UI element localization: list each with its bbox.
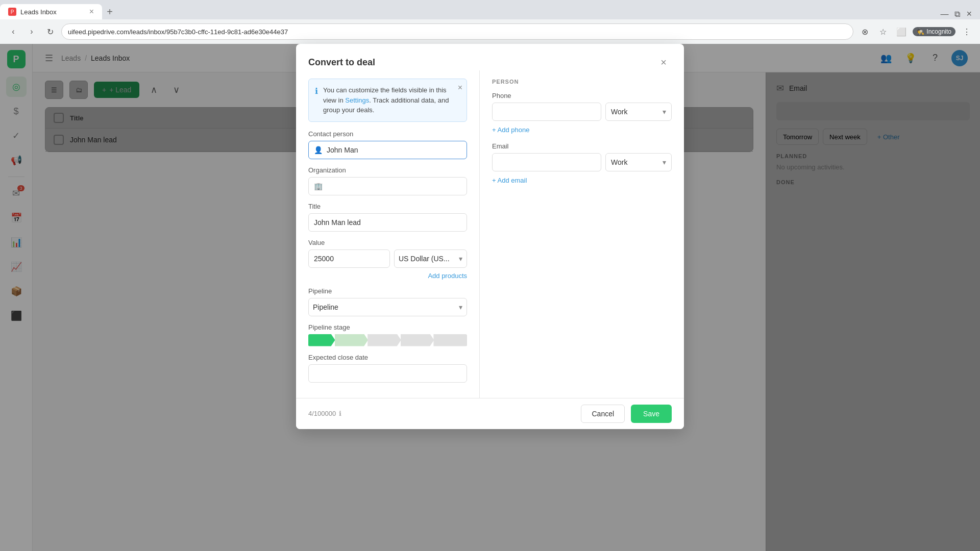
phone-label: Phone xyxy=(492,92,672,99)
incognito-label: Incognito xyxy=(926,28,951,35)
organization-label: Organization xyxy=(308,166,467,174)
title-input[interactable]: John Man lead xyxy=(308,213,467,232)
title-group: Title John Man lead xyxy=(308,203,467,232)
person-icon: 👤 xyxy=(314,146,323,154)
currency-select[interactable]: US Dollar (US... ▾ xyxy=(394,249,467,268)
dialog-footer: 4/100000 ℹ Cancel Save xyxy=(296,398,684,429)
pipeline-group: Pipeline Pipeline ▾ xyxy=(308,287,467,316)
extensions-button[interactable]: ⬜ xyxy=(894,24,909,39)
value-amount-input[interactable]: 25000 xyxy=(308,249,390,268)
email-group: Email Work ▾ + Add email xyxy=(492,142,672,185)
email-row: Work ▾ xyxy=(492,153,672,171)
stage-1 xyxy=(308,334,335,346)
incognito-badge: 🕵 Incognito xyxy=(913,27,955,36)
person-section-label: PERSON xyxy=(492,79,672,85)
pipeline-select[interactable]: Pipeline ▾ xyxy=(308,298,467,316)
stage-5 xyxy=(433,334,467,346)
bookmark-button[interactable]: ☆ xyxy=(876,24,890,39)
info-icon: ℹ xyxy=(315,86,318,115)
value-label: Value xyxy=(308,239,467,246)
screen-cast-button[interactable]: ⊗ xyxy=(857,24,872,39)
window-close[interactable]: × xyxy=(966,9,972,19)
stage-3 xyxy=(368,334,401,346)
browser-chrome: P Leads Inbox × + — ⧉ × ‹ › ↻ uifeed.pip… xyxy=(0,0,980,44)
email-type-select[interactable]: Work ▾ xyxy=(605,153,672,171)
organization-group: Organization 🏢 xyxy=(308,166,467,195)
contact-person-label: Contact person xyxy=(308,130,467,138)
dialog-header: Convert to deal × xyxy=(296,44,684,70)
email-label: Email xyxy=(492,142,672,150)
phone-row: Work ▾ xyxy=(492,103,672,121)
cancel-button[interactable]: Cancel xyxy=(581,405,625,423)
window-minimize[interactable]: — xyxy=(940,10,948,19)
info-banner-close[interactable]: × xyxy=(458,83,462,92)
value-group: Value 25000 US Dollar (US... ▾ Add produ… xyxy=(308,239,467,280)
email-input[interactable] xyxy=(492,153,601,171)
phone-type-dropdown-icon: ▾ xyxy=(663,108,666,116)
save-button[interactable]: Save xyxy=(631,405,672,423)
phone-input[interactable] xyxy=(492,103,601,121)
refresh-button[interactable]: ↻ xyxy=(43,24,57,39)
convert-to-deal-dialog: Convert to deal × ℹ You can customize th… xyxy=(296,44,684,429)
menu-button[interactable]: ⋮ xyxy=(960,24,974,39)
currency-dropdown-icon: ▾ xyxy=(459,255,462,263)
tab-favicon: P xyxy=(8,8,16,16)
info-text: You can customize the fields visible in … xyxy=(323,85,460,115)
dialog-close-button[interactable]: × xyxy=(655,54,672,70)
add-phone-link[interactable]: + Add phone xyxy=(492,126,529,134)
browser-tabs: P Leads Inbox × + — ⧉ × xyxy=(0,0,980,19)
address-bar[interactable]: uifeed.pipedrive.com/leads/inbox/95b7c3b… xyxy=(61,23,853,40)
title-value: John Man lead xyxy=(314,218,361,227)
tab-close-button[interactable]: × xyxy=(89,7,94,16)
window-maximize[interactable]: ⧉ xyxy=(954,10,960,19)
email-type-dropdown-icon: ▾ xyxy=(663,158,666,166)
dialog-title: Convert to deal xyxy=(308,57,375,68)
pipeline-dropdown-icon: ▾ xyxy=(459,303,462,311)
pipeline-label: Pipeline xyxy=(308,287,467,295)
stage-4 xyxy=(401,334,434,346)
char-count: 4/100000 ℹ xyxy=(308,410,341,417)
tab-title: Leads Inbox xyxy=(20,8,57,16)
dialog-right-pane: PERSON Phone Work ▾ + Add phone Email xyxy=(480,70,684,398)
forward-button[interactable]: › xyxy=(24,24,39,39)
pipeline-stage-label: Pipeline stage xyxy=(308,323,467,331)
active-tab[interactable]: P Leads Inbox × xyxy=(0,4,102,19)
url-text: uifeed.pipedrive.com/leads/inbox/95b7c3b… xyxy=(68,28,288,36)
phone-type-select[interactable]: Work ▾ xyxy=(605,103,672,121)
settings-link[interactable]: Settings xyxy=(345,96,369,104)
new-tab-button[interactable]: + xyxy=(102,4,117,19)
dialog-body: ℹ You can customize the fields visible i… xyxy=(296,70,684,398)
stage-2 xyxy=(335,334,369,346)
expected-close-group: Expected close date xyxy=(308,354,467,383)
info-banner: ℹ You can customize the fields visible i… xyxy=(308,79,467,122)
browser-toolbar: ‹ › ↻ uifeed.pipedrive.com/leads/inbox/9… xyxy=(0,19,980,44)
expected-close-label: Expected close date xyxy=(308,354,467,361)
title-label: Title xyxy=(308,203,467,210)
back-button[interactable]: ‹ xyxy=(6,24,20,39)
org-icon: 🏢 xyxy=(314,182,323,190)
info-circle-icon[interactable]: ℹ xyxy=(339,410,341,417)
add-products-link[interactable]: Add products xyxy=(428,272,467,280)
contact-person-value: John Man xyxy=(327,146,358,154)
organization-input[interactable]: 🏢 xyxy=(308,177,467,195)
pipeline-stage-track[interactable] xyxy=(308,334,467,346)
phone-group: Phone Work ▾ + Add phone xyxy=(492,92,672,134)
browser-actions: ⊗ ☆ ⬜ 🕵 Incognito ⋮ xyxy=(857,24,974,39)
dialog-left-pane: ℹ You can customize the fields visible i… xyxy=(296,70,480,398)
pipeline-stage-group: Pipeline stage xyxy=(308,323,467,346)
add-email-link[interactable]: + Add email xyxy=(492,177,527,184)
expected-close-input[interactable] xyxy=(308,364,467,383)
contact-person-group: Contact person 👤 John Man xyxy=(308,130,467,159)
contact-person-input[interactable]: 👤 John Man xyxy=(308,141,467,159)
